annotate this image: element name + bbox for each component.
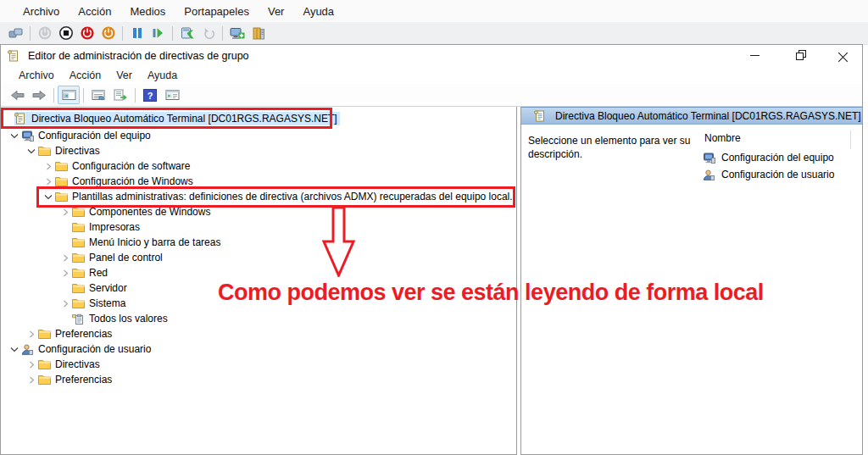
minimize-button[interactable] bbox=[736, 45, 774, 66]
console-tree-icon[interactable] bbox=[58, 86, 80, 104]
list-item-label: Configuración de usuario bbox=[721, 169, 834, 180]
stop-icon[interactable] bbox=[55, 24, 76, 42]
column-header-nombre[interactable]: Nombre bbox=[704, 132, 741, 144]
computer-icon bbox=[21, 130, 36, 141]
menu-item-ver[interactable]: Ver bbox=[259, 0, 294, 22]
chevron-down-icon[interactable] bbox=[8, 132, 21, 140]
tree-item[interactable]: Menú Inicio y barra de tareas bbox=[1, 235, 516, 250]
chevron-right-icon[interactable] bbox=[25, 376, 38, 384]
tree-item[interactable]: Configuración de software bbox=[1, 158, 516, 174]
chevron-right-icon[interactable] bbox=[58, 254, 72, 262]
folder-icon bbox=[72, 268, 86, 278]
tree-item[interactable]: Directivas bbox=[1, 357, 516, 372]
toolbar-separator bbox=[222, 26, 223, 41]
tree-item[interactable]: Plantillas administrativas: definiciones… bbox=[1, 189, 516, 204]
menu-item-archivo[interactable]: Archivo bbox=[14, 0, 69, 22]
console-tree-pane: Directiva Bloqueo Automático Terminal [D… bbox=[1, 107, 516, 455]
chevron-right-icon[interactable] bbox=[25, 361, 38, 369]
list-item[interactable]: Configuración del equipo bbox=[703, 149, 834, 166]
shutdown-icon[interactable] bbox=[97, 24, 119, 42]
svg-text:?: ? bbox=[147, 90, 153, 100]
tree-item-label: Configuración de usuario bbox=[36, 342, 153, 356]
column-separator[interactable] bbox=[850, 130, 851, 149]
folder-icon bbox=[72, 283, 86, 293]
tree-item-content: Plantillas administrativas: definiciones… bbox=[55, 190, 515, 203]
folder-icon bbox=[72, 222, 86, 232]
policy-tree: Directiva Bloqueo Automático Terminal [D… bbox=[1, 107, 516, 387]
menu-item-ver[interactable]: Ver bbox=[108, 69, 140, 81]
show-action-pane-icon[interactable] bbox=[161, 86, 183, 104]
tree-item[interactable]: Panel de control bbox=[1, 250, 516, 265]
tree-item-label: Impresoras bbox=[86, 220, 142, 234]
checkpoint-icon[interactable] bbox=[176, 24, 198, 42]
back-icon[interactable] bbox=[6, 86, 28, 104]
chevron-down-icon[interactable] bbox=[8, 346, 21, 353]
tree-item-content: Preferencias bbox=[38, 327, 114, 341]
list-item-label: Configuración del equipo bbox=[721, 152, 834, 164]
tree-item[interactable]: Preferencias bbox=[1, 372, 516, 387]
pause-icon[interactable] bbox=[126, 24, 147, 42]
enhanced-session-icon[interactable] bbox=[226, 24, 248, 42]
folder-icon bbox=[72, 237, 86, 247]
folder-icon bbox=[55, 191, 70, 202]
server-icon[interactable] bbox=[248, 24, 269, 42]
editor-titlebar[interactable]: Editor de administración de directivas d… bbox=[1, 45, 862, 66]
tree-item-label: Configuración del equipo bbox=[36, 129, 153, 142]
chevron-right-icon[interactable] bbox=[58, 300, 72, 308]
help-icon[interactable]: ? bbox=[139, 86, 161, 104]
tree-item[interactable]: Configuración del equipo bbox=[1, 128, 516, 143]
ctrl-alt-del-icon[interactable] bbox=[5, 24, 26, 42]
menu-item-acción[interactable]: Acción bbox=[62, 69, 109, 81]
tree-item-content: Directivas bbox=[38, 358, 103, 371]
restore-button[interactable] bbox=[780, 45, 818, 66]
tree-item[interactable]: Todos los valores bbox=[1, 311, 516, 326]
list-item[interactable]: Configuración de usuario bbox=[703, 166, 834, 183]
tree-item[interactable]: Impresoras bbox=[1, 219, 516, 235]
menu-item-archivo[interactable]: Archivo bbox=[11, 69, 62, 81]
tree-item-content: Servidor bbox=[72, 281, 130, 295]
tree-item[interactable]: Configuración de Windows bbox=[1, 174, 516, 189]
properties-icon[interactable] bbox=[87, 86, 109, 104]
turn-off-icon[interactable] bbox=[76, 24, 97, 42]
tree-item[interactable]: Preferencias bbox=[1, 326, 516, 341]
tree-item[interactable]: Red bbox=[1, 265, 516, 280]
tree-item-content: Preferencias bbox=[38, 373, 114, 386]
user-icon bbox=[21, 344, 36, 355]
results-pane-title: Directiva Bloqueo Automático Terminal [D… bbox=[555, 110, 861, 122]
toolbar-separator bbox=[122, 26, 123, 41]
chevron-down-icon[interactable] bbox=[42, 193, 55, 201]
chevron-right-icon[interactable] bbox=[42, 163, 55, 170]
menu-item-ayuda[interactable]: Ayuda bbox=[293, 0, 343, 22]
chevron-right-icon[interactable] bbox=[58, 269, 72, 277]
editor-menubar: ArchivoAcciónVerAyuda bbox=[1, 66, 862, 84]
close-button[interactable] bbox=[824, 45, 862, 66]
computer-icon bbox=[703, 153, 718, 164]
chevron-right-icon[interactable] bbox=[42, 178, 55, 186]
menu-item-acción[interactable]: Acción bbox=[69, 0, 120, 22]
chevron-right-icon[interactable] bbox=[25, 330, 38, 338]
menu-item-ayuda[interactable]: Ayuda bbox=[140, 69, 185, 81]
chevron-down-icon[interactable] bbox=[25, 147, 38, 155]
menu-item-medios[interactable]: Medios bbox=[120, 0, 175, 22]
tree-item-label: Sistema bbox=[86, 297, 128, 310]
results-list: Configuración del equipoConfiguración de… bbox=[703, 149, 834, 183]
tree-item[interactable]: Sistema bbox=[1, 296, 516, 311]
tree-item-content: Impresoras bbox=[72, 220, 142, 234]
chevron-right-icon[interactable] bbox=[58, 208, 72, 216]
tree-item-content: Configuración del equipo bbox=[21, 129, 153, 142]
tree-item[interactable]: Servidor bbox=[1, 280, 516, 296]
menu-item-portapapeles[interactable]: Portapapeles bbox=[175, 0, 259, 22]
tree-item[interactable]: Directivas bbox=[1, 143, 516, 158]
tree-item-label: Menú Inicio y barra de tareas bbox=[86, 236, 223, 249]
editor-toolbar: ? bbox=[1, 84, 862, 107]
tree-item[interactable]: Componentes de Windows bbox=[1, 204, 516, 219]
forward-icon[interactable] bbox=[28, 86, 50, 104]
tree-item[interactable]: Directiva Bloqueo Automático Terminal [D… bbox=[1, 109, 516, 128]
toolbar-separator bbox=[172, 26, 173, 41]
tree-item-label: Directivas bbox=[53, 144, 103, 158]
export-list-icon[interactable] bbox=[109, 86, 131, 104]
minimize-icon bbox=[750, 55, 760, 56]
tree-item[interactable]: Configuración de usuario bbox=[1, 341, 516, 357]
tree-item-label: Plantillas administrativas: definiciones… bbox=[70, 190, 515, 203]
resume-icon[interactable] bbox=[147, 24, 169, 42]
